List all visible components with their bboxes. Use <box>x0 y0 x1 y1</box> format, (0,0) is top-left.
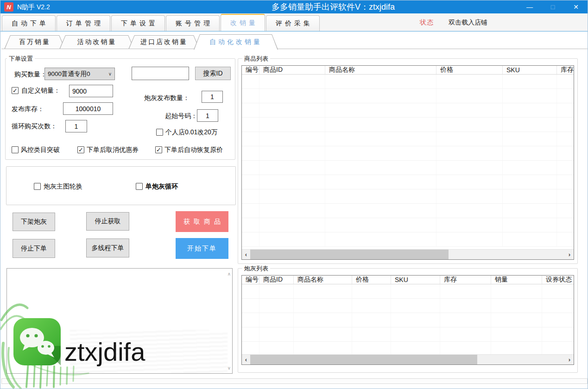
fetch-products-button[interactable]: 获取商品 <box>176 211 228 232</box>
product-list-body <box>242 75 574 249</box>
subtab-import-store-sales[interactable]: 进口店改销量 <box>128 35 200 49</box>
column-header[interactable]: SKU <box>503 66 557 74</box>
subtab-million-sales[interactable]: 百万销量 <box>4 35 65 49</box>
single-cannon-loop-checkbox[interactable]: ✓ <box>136 183 143 190</box>
column-header[interactable]: 销量 <box>491 276 542 284</box>
table-row <box>242 103 574 118</box>
product-list-header: 编号 商品ID 商品名称 价格 SKU 库存 <box>242 66 574 75</box>
scroll-left-icon[interactable]: ‹ <box>242 251 250 258</box>
tab-review-collect[interactable]: 评价采集 <box>266 15 320 31</box>
table-row <box>242 204 574 218</box>
column-header[interactable]: 商品ID <box>259 66 325 74</box>
restore-price-checkbox[interactable]: ✓ <box>155 146 162 153</box>
risk-breakthrough-label: 风控类目突破 <box>21 146 60 154</box>
search-id-input[interactable] <box>132 67 189 80</box>
table-row <box>242 313 574 327</box>
table-row <box>242 75 574 89</box>
personal-store-checkbox[interactable]: ✓ <box>156 129 163 136</box>
restore-price-label: 下单后自动恢复原价 <box>164 146 223 154</box>
subtab-activity-sales[interactable]: 活动改销量 <box>59 35 134 49</box>
table-row <box>242 118 574 132</box>
status-label: 状态 <box>420 19 434 27</box>
stop-fetch-button[interactable]: 停止获取 <box>86 212 129 231</box>
app-logo-icon: N <box>4 2 13 12</box>
scrollbar-thumb[interactable] <box>250 355 477 364</box>
start-no-input[interactable] <box>197 109 218 122</box>
column-header[interactable]: 库存 <box>440 276 491 284</box>
stop-order-button[interactable]: 停止下单 <box>13 239 55 258</box>
order-settings-group-title: 下单设置 <box>7 55 35 63</box>
window-title: 多多销量助手出评软件V：ztxjdifa <box>272 0 395 13</box>
custom-sales-checkbox[interactable]: ✓ <box>12 87 19 94</box>
column-header[interactable]: 编号 <box>242 66 259 74</box>
title-bar[interactable]: N N助手 V2.2 多多销量助手出评软件V：ztxjdifa — □ ✕ <box>0 0 588 13</box>
search-id-button[interactable]: 搜索ID <box>195 67 231 80</box>
scroll-down-icon[interactable]: ∨ <box>228 365 231 370</box>
multithread-order-button[interactable]: 多线程下单 <box>86 238 129 257</box>
column-header[interactable]: 价格 <box>352 276 391 284</box>
status-strip <box>1 378 588 384</box>
single-cannon-loop-label: 单炮灰循环 <box>145 182 178 191</box>
table-row <box>242 161 574 175</box>
custom-sales-input[interactable] <box>69 85 113 97</box>
cancel-coupon-label: 下单后取消优惠券 <box>87 146 139 154</box>
custom-sales-label: 自定义销量： <box>21 87 60 95</box>
column-header[interactable]: SKU <box>391 276 440 284</box>
column-header[interactable]: 编号 <box>242 276 259 284</box>
column-header[interactable]: 库存 <box>557 66 574 74</box>
minimize-button[interactable]: — <box>518 0 541 13</box>
scroll-right-icon[interactable]: › <box>565 356 574 363</box>
column-header[interactable]: 价格 <box>436 66 503 74</box>
table-row <box>242 342 574 354</box>
tab-auto-order[interactable]: 自动下单 <box>2 15 56 31</box>
tab-account-manage[interactable]: 账号管理 <box>166 15 220 31</box>
product-list-group-title: 商品列表 <box>242 55 270 63</box>
log-output-box[interactable]: ∧ ∨ <box>6 268 233 374</box>
start-no-label: 起始号码： <box>165 112 197 120</box>
subtab-auto-sales[interactable]: 自动化改销量 <box>194 34 278 50</box>
loop-count-input[interactable] <box>65 120 87 132</box>
product-list-hscrollbar[interactable]: ‹ › <box>242 249 574 259</box>
table-row <box>242 299 574 313</box>
column-header[interactable]: 商品名称 <box>294 276 352 284</box>
column-header[interactable]: 设券状态 <box>542 276 574 284</box>
maximize-button[interactable]: □ <box>541 0 564 13</box>
buy-qty-label: 购买数量： <box>14 70 47 79</box>
app-window: N N助手 V2.2 多多销量助手出评软件V：ztxjdifa — □ ✕ 自动… <box>0 0 588 389</box>
main-tab-strip: 自动下单 订单管理 下单设置 账号管理 改销量 评价采集 状态 双击载入店铺 <box>0 13 588 31</box>
table-row <box>242 175 574 189</box>
window-controls: — □ ✕ <box>518 0 588 13</box>
cannon-list-hscrollbar[interactable]: ‹ › <box>242 354 574 364</box>
cannon-qty-input[interactable] <box>202 91 223 103</box>
offshelf-cannon-button[interactable]: 下架炮灰 <box>13 213 55 231</box>
tab-order-settings[interactable]: 下单设置 <box>111 15 165 31</box>
table-row <box>242 132 574 146</box>
buy-qty-dropdown[interactable]: 9000普通专用0 ∨ <box>44 68 115 80</box>
panel-divider <box>1 49 588 49</box>
tab-change-sales[interactable]: 改销量 <box>221 14 265 31</box>
scrollbar-thumb[interactable] <box>250 250 449 259</box>
table-row <box>242 232 574 247</box>
close-button[interactable]: ✕ <box>564 0 588 13</box>
column-header[interactable]: 商品名称 <box>325 66 436 74</box>
loop-count-label: 循环购买次数： <box>12 122 57 131</box>
table-row <box>242 284 574 299</box>
start-order-button[interactable]: 开始下单 <box>176 238 228 259</box>
scroll-left-icon[interactable]: ‹ <box>242 356 250 363</box>
scroll-right-icon[interactable]: › <box>565 251 574 258</box>
cancel-coupon-checkbox[interactable]: ✓ <box>77 146 84 153</box>
tab-order-manage[interactable]: 订单管理 <box>57 15 110 31</box>
rotate-main-image-checkbox[interactable]: ✓ <box>34 183 41 190</box>
column-header[interactable]: 商品ID <box>259 276 294 284</box>
table-row <box>242 327 574 342</box>
stock-label: 发布库存： <box>12 105 44 113</box>
table-row <box>242 89 574 103</box>
app-title: N助手 V2.2 <box>17 0 50 13</box>
stock-input[interactable] <box>63 102 113 115</box>
risk-breakthrough-checkbox[interactable]: ✓ <box>12 146 19 153</box>
table-row <box>242 146 574 161</box>
scroll-up-icon[interactable]: ∧ <box>228 271 231 276</box>
rotate-main-image-label: 炮灰主图轮换 <box>44 182 82 191</box>
sub-tab-strip: 百万销量 活动改销量 进口店改销量 自动化改销量 <box>0 32 588 49</box>
cannon-list-group-title: 炮灰列表 <box>242 264 270 273</box>
